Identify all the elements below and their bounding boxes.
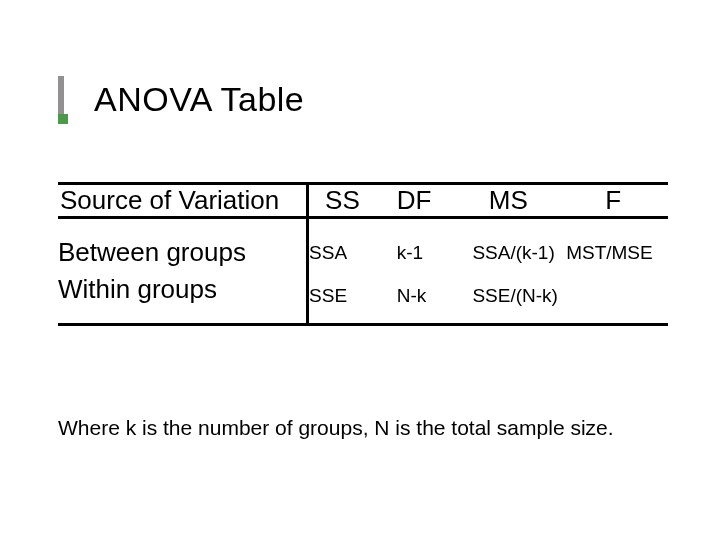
slide: ANOVA Table Source of Variation SS DF MS… — [0, 0, 720, 540]
cell-ms: SSA/(k-1) — [458, 237, 558, 268]
col-source: Source of Variation — [58, 184, 308, 218]
col-df: DF — [387, 184, 459, 218]
col-ss: SS — [308, 184, 387, 218]
col-ms: MS — [458, 184, 558, 218]
cell-ss: SSA — [308, 237, 387, 268]
table-spacer — [58, 218, 668, 238]
anova-table: Source of Variation SS DF MS F Between g… — [58, 182, 668, 326]
cell-ss: SSE — [308, 268, 387, 325]
footnote: Where k is the number of groups, N is th… — [58, 416, 614, 440]
table-header-row: Source of Variation SS DF MS F — [58, 184, 668, 218]
cell-df: N-k — [387, 268, 459, 325]
page-title: ANOVA Table — [94, 80, 304, 119]
table-row: Within groups SSE N-k SSE/(N-k) — [58, 268, 668, 325]
table-row: Between groups SSA k-1 SSA/(k-1) MST/MSE — [58, 237, 668, 268]
row-label: Between groups — [58, 237, 308, 268]
cell-f — [558, 268, 668, 325]
cell-ms: SSE/(N-k) — [458, 268, 558, 325]
title-wrap: ANOVA Table — [58, 76, 304, 122]
row-label: Within groups — [58, 268, 308, 325]
col-f: F — [558, 184, 668, 218]
cell-f: MST/MSE — [558, 237, 668, 268]
title-accent-square — [58, 114, 68, 124]
cell-df: k-1 — [387, 237, 459, 268]
